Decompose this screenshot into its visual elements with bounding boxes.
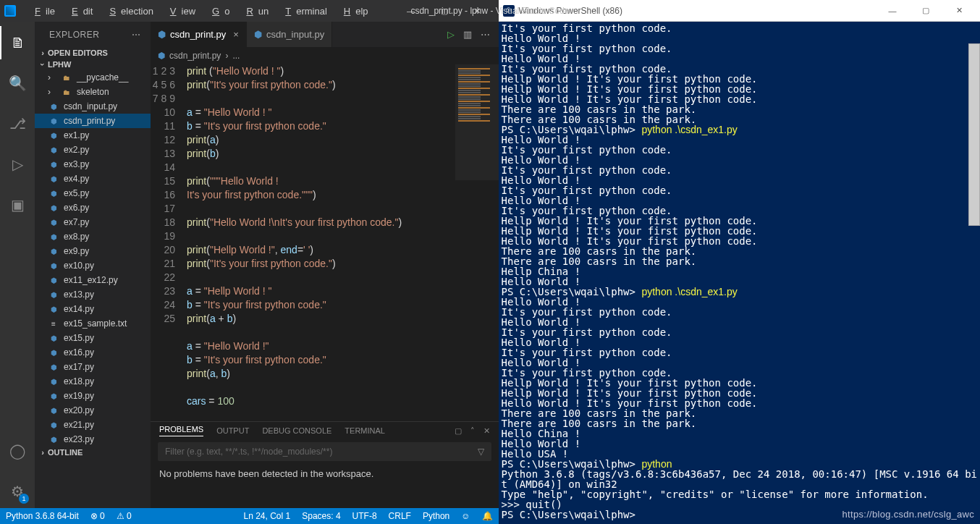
file-ex19-py[interactable]: ⬢ex19.py — [35, 389, 151, 403]
ps-minimize-button[interactable]: — — [876, 0, 909, 22]
python-file-icon: ⬢ — [48, 231, 59, 242]
file-ex17-py[interactable]: ⬢ex17.py — [35, 360, 151, 374]
file-ex14-py[interactable]: ⬢ex14.py — [35, 302, 151, 316]
panel-tab-terminal[interactable]: TERMINAL — [345, 426, 385, 435]
python-file-icon: ⬢ — [48, 303, 59, 315]
status-item[interactable]: UTF-8 — [347, 511, 383, 521]
menu-run[interactable]: Run — [236, 6, 274, 17]
split-editor-icon[interactable]: ▥ — [463, 29, 472, 40]
ps-close-button[interactable]: ✕ — [942, 0, 976, 22]
panel-tab-output[interactable]: OUTPUT — [216, 426, 249, 435]
tab-csdn_print-py[interactable]: ⬢csdn_print.py× — [151, 22, 247, 47]
file-ex23-py[interactable]: ⬢ex23.py — [35, 432, 151, 447]
python-file-icon: ⬢ — [48, 390, 59, 402]
filter-input[interactable]: Filter (e.g. text, **/*.ts, !**/node_mod… — [165, 447, 332, 457]
tree-section[interactable]: LPHW — [35, 59, 151, 70]
file-ex8-py[interactable]: ⬢ex8.py — [35, 229, 151, 244]
file-ex2-py[interactable]: ⬢ex2.py — [35, 143, 151, 157]
file-ex9-py[interactable]: ⬢ex9.py — [35, 244, 151, 258]
folder-__pycache__[interactable]: 🖿__pycache__ — [35, 70, 151, 85]
menu-terminal[interactable]: Terminal — [275, 6, 332, 17]
status-item[interactable]: ☺ — [455, 511, 476, 521]
sidebar-title: EXPLORER ⋯ — [35, 22, 151, 47]
file-ex21-py[interactable]: ⬢ex21.py — [35, 418, 151, 432]
python-file-icon: ⬢ — [48, 405, 59, 416]
file-ex10-py[interactable]: ⬢ex10.py — [35, 258, 151, 273]
tree-section[interactable]: OUTLINE — [35, 447, 151, 458]
more-icon[interactable]: ⋯ — [132, 30, 141, 40]
menu-edit[interactable]: Edit — [62, 6, 98, 17]
panel-tab-debug-console[interactable]: DEBUG CONSOLE — [262, 426, 331, 435]
menu-file[interactable]: File — [25, 6, 60, 17]
status-item[interactable]: Spaces: 4 — [296, 511, 346, 521]
menu-help[interactable]: Help — [334, 6, 373, 17]
titlebar: FileEditSelectionViewGoRunTerminalHelp c… — [0, 0, 499, 22]
tree-section[interactable]: OPEN EDITORS — [35, 47, 151, 59]
tab-csdn_input-py[interactable]: ⬢csdn_input.py — [247, 22, 332, 47]
file-ex6-py[interactable]: ⬢ex6.py — [35, 200, 151, 215]
tab-close-icon[interactable]: × — [233, 29, 239, 40]
file-ex7-py[interactable]: ⬢ex7.py — [35, 215, 151, 229]
code-editor[interactable]: 1 2 3 4 5 6 7 8 9 10 11 12 13 14 15 16 1… — [151, 64, 499, 421]
python-file-icon: ⬢ — [48, 332, 59, 344]
status-item[interactable]: CRLF — [383, 511, 417, 521]
menu-view[interactable]: View — [160, 6, 200, 17]
folder-icon: 🖿 — [61, 86, 72, 98]
editor-tabs: ⬢csdn_print.py×⬢csdn_input.py▷▥⋯ — [151, 22, 499, 47]
folder-icon: 🖿 — [61, 72, 72, 83]
file-ex11_ex12-py[interactable]: ⬢ex11_ex12.py — [35, 273, 151, 287]
ps-maximize-button[interactable]: ▢ — [909, 0, 942, 22]
more-icon[interactable]: ⋯ — [481, 29, 490, 40]
python-file-icon: ⬢ — [48, 289, 59, 300]
menubar: FileEditSelectionViewGoRunTerminalHelp — [25, 6, 373, 17]
file-ex5-py[interactable]: ⬢ex5.py — [35, 186, 151, 200]
filter-icon[interactable]: ▽ — [478, 447, 484, 457]
explorer-icon[interactable]: 🗎 — [0, 26, 35, 59]
settings-icon[interactable]: ⚙1 — [0, 475, 35, 508]
watermark: https://blog.csdn.net/cslg_awc — [842, 510, 974, 520]
python-file-icon: ⬢ — [48, 434, 59, 445]
python-file-icon: ⬢ — [48, 361, 59, 373]
minimap[interactable] — [455, 64, 499, 180]
menu-go[interactable]: Go — [202, 6, 235, 17]
file-ex18-py[interactable]: ⬢ex18.py — [35, 374, 151, 389]
status-item[interactable]: ⊗ 0 — [85, 511, 111, 521]
status-item[interactable]: ⚠ 0 — [111, 511, 138, 521]
scm-icon[interactable]: ⎇ — [0, 107, 35, 140]
python-file-icon: ⬢ — [48, 130, 59, 141]
panel-tab-problems[interactable]: PROBLEMS — [159, 425, 203, 436]
file-ex3-py[interactable]: ⬢ex3.py — [35, 157, 151, 172]
folder-skeleton[interactable]: 🖿skeleton — [35, 85, 151, 99]
panel-chevron-icon[interactable]: ˄ — [470, 426, 475, 436]
python-file-icon: ⬢ — [48, 144, 59, 156]
status-item[interactable]: Python 3.6.8 64-bit — [0, 511, 85, 521]
debug-icon[interactable]: ▷ — [0, 148, 35, 181]
bottom-panel: PROBLEMSOUTPUTDEBUG CONSOLETERMINAL ▢ ˄ … — [151, 421, 499, 508]
file-ex1-py[interactable]: ⬢ex1.py — [35, 128, 151, 143]
python-file-icon: ⬢ — [48, 115, 59, 127]
search-icon[interactable]: 🔍 — [0, 67, 35, 100]
status-item[interactable]: 🔔 — [476, 511, 499, 521]
python-file-icon: ⬢ — [48, 216, 59, 228]
file-ex4-py[interactable]: ⬢ex4.py — [35, 172, 151, 186]
breadcrumbs[interactable]: ⬢ csdn_print.py › ... — [151, 47, 499, 64]
panel-toggle-icon[interactable]: ▢ — [455, 426, 462, 436]
powershell-body[interactable]: It's your first python code. Hello World… — [499, 22, 980, 524]
python-file-icon: ⬢ — [48, 101, 59, 112]
panel-close-icon[interactable]: ✕ — [483, 426, 490, 436]
problems-message: No problems have been detected in the wo… — [151, 464, 499, 483]
file-ex15_sample-txt[interactable]: ≡ex15_sample.txt — [35, 316, 151, 331]
file-csdn_input-py[interactable]: ⬢csdn_input.py — [35, 99, 151, 114]
status-item[interactable]: Ln 24, Col 1 — [237, 511, 296, 521]
file-ex16-py[interactable]: ⬢ex16.py — [35, 345, 151, 360]
file-ex15-py[interactable]: ⬢ex15.py — [35, 331, 151, 345]
status-item[interactable]: Python — [417, 511, 455, 521]
file-ex20-py[interactable]: ⬢ex20.py — [35, 403, 151, 418]
menu-selection[interactable]: Selection — [99, 6, 158, 17]
scrollbar[interactable] — [968, 43, 980, 226]
run-icon[interactable]: ▷ — [447, 29, 455, 40]
account-icon[interactable]: ◯ — [0, 434, 35, 468]
file-ex13-py[interactable]: ⬢ex13.py — [35, 287, 151, 302]
file-csdn_print-py[interactable]: ⬢csdn_print.py — [35, 114, 151, 128]
extensions-icon[interactable]: ▣ — [0, 188, 35, 221]
